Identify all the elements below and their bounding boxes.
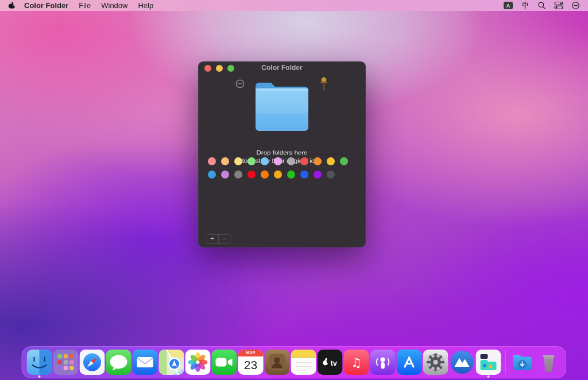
palette-swatch[interactable]	[247, 170, 256, 179]
calendar-month: MAR	[238, 350, 264, 356]
palette-swatch[interactable]	[327, 170, 335, 179]
podcasts-icon	[370, 350, 396, 375]
downloads-folder-icon	[510, 350, 535, 375]
palette-swatch[interactable]	[327, 157, 335, 165]
palette-swatch[interactable]	[221, 170, 229, 179]
dock: MAR23tv♫	[22, 346, 567, 378]
menu-window[interactable]: Window	[101, 1, 127, 10]
launchpad-icon	[53, 350, 79, 375]
palette-swatch[interactable]	[314, 157, 322, 165]
palette-row-1	[208, 157, 348, 165]
dock-item-tv[interactable]: tv	[318, 350, 343, 375]
dock-item-downloads[interactable]	[510, 350, 535, 375]
spotlight-search-icon[interactable]	[537, 1, 546, 10]
messages-icon	[106, 350, 131, 375]
apple-menu[interactable]	[8, 1, 16, 10]
palette-swatch[interactable]	[208, 170, 216, 179]
palette-swatch[interactable]	[300, 170, 308, 179]
add-remove-control: + −	[206, 234, 231, 244]
dock-item-trash[interactable]	[536, 350, 562, 375]
window-titlebar[interactable]: Color Folder	[198, 61, 366, 74]
add-color-button[interactable]: +	[206, 235, 218, 243]
dock-item-launchpad[interactable]	[53, 350, 79, 375]
circle-dash-icon[interactable]	[571, 1, 580, 10]
system-preferences-icon	[423, 350, 448, 375]
dock-item-calendar[interactable]: MAR23	[238, 350, 264, 375]
dock-item-finder[interactable]	[27, 350, 52, 375]
dock-item-notes[interactable]	[291, 350, 316, 375]
traffic-lights	[204, 65, 234, 72]
pushpin-icon[interactable]	[318, 77, 330, 94]
menu-bar: Color Folder File Window Help A	[0, 0, 588, 11]
dock-separator	[505, 350, 506, 374]
menu-bar-left: Color Folder File Window Help	[0, 0, 164, 11]
palette-swatch[interactable]	[274, 157, 282, 165]
svg-text:tv: tv	[331, 359, 338, 367]
palette-swatch[interactable]	[314, 170, 322, 179]
antenna-icon[interactable]	[521, 1, 529, 10]
color-palette	[208, 157, 348, 184]
minimize-button[interactable]	[216, 65, 223, 72]
palette-swatch[interactable]	[234, 157, 242, 165]
remove-color-button[interactable]: −	[218, 235, 231, 243]
palette-swatch[interactable]	[287, 157, 295, 165]
facetime-icon	[212, 350, 237, 375]
contacts-icon	[265, 350, 290, 375]
palette-swatch[interactable]	[300, 157, 308, 165]
control-center-icon[interactable]	[554, 1, 563, 10]
palette-swatch[interactable]	[208, 157, 216, 165]
calendar-icon: MAR23	[238, 350, 264, 375]
zoom-button[interactable]	[227, 65, 234, 72]
palette-swatch[interactable]	[274, 170, 282, 179]
svg-text:♫: ♫	[351, 356, 362, 370]
dock-item-mail[interactable]	[133, 350, 158, 375]
dock-item-photos[interactable]	[185, 350, 211, 375]
palette-swatch[interactable]	[221, 157, 229, 165]
input-source-icon[interactable]: A	[504, 2, 513, 9]
menu-help[interactable]: Help	[138, 1, 153, 10]
apple-tv-icon: tv	[318, 350, 343, 375]
color-folder-window: Color Folder	[198, 61, 366, 247]
menu-file[interactable]: File	[79, 1, 91, 10]
apple-logo-icon	[8, 1, 16, 10]
photos-icon	[185, 350, 211, 375]
finder-icon	[27, 350, 52, 375]
desktop: Color Folder File Window Help A	[0, 0, 588, 380]
palette-swatch[interactable]	[234, 170, 242, 179]
app-store-icon	[397, 350, 422, 375]
window-separator	[198, 154, 366, 154]
menu-app-name[interactable]: Color Folder	[24, 1, 68, 10]
blue-folder-icon	[253, 80, 311, 133]
palette-swatch[interactable]	[261, 170, 269, 179]
menu-bar-status: A	[504, 0, 588, 11]
close-button[interactable]	[204, 65, 211, 72]
palette-swatch[interactable]	[247, 157, 256, 165]
palette-swatch[interactable]	[287, 170, 295, 179]
dock-item-contacts[interactable]	[265, 350, 290, 375]
dock-item-sysprefs[interactable]	[423, 350, 448, 375]
dock-item-podcasts[interactable]	[370, 350, 396, 375]
notes-icon	[291, 350, 316, 375]
maps-icon	[159, 350, 184, 375]
dock-item-music[interactable]: ♫	[344, 350, 369, 375]
dock-item-appstore[interactable]	[397, 350, 422, 375]
dock-item-maps[interactable]	[159, 350, 184, 375]
dock-item-messages[interactable]	[106, 350, 131, 375]
palette-swatch[interactable]	[261, 157, 269, 165]
drop-instructions-line1: Drop folders here	[198, 149, 366, 157]
palette-row-2	[208, 170, 348, 179]
folder-drop-zone[interactable]: Drop folders here to restore their origi…	[198, 74, 366, 154]
dock-item-facetime[interactable]	[212, 350, 237, 375]
color-folder-app-icon	[476, 350, 501, 375]
remove-circle-icon[interactable]	[235, 79, 245, 91]
palette-swatch[interactable]	[340, 157, 348, 165]
music-icon: ♫	[344, 350, 369, 375]
running-indicator	[488, 375, 490, 378]
dock-item-safari[interactable]	[80, 350, 105, 375]
mail-icon	[133, 350, 158, 375]
dock-item-colorfolder[interactable]	[476, 350, 501, 375]
dock-item-mountain[interactable]	[450, 350, 475, 375]
calendar-day: 23	[238, 356, 264, 375]
trash-icon	[536, 350, 562, 375]
running-indicator	[38, 375, 41, 378]
